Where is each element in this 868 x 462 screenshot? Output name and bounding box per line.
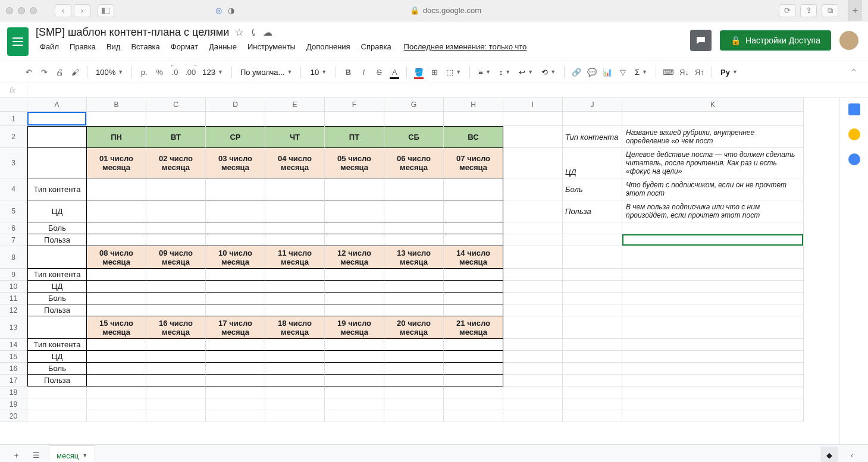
all-sheets-button[interactable]: ☰: [26, 447, 46, 463]
tasks-icon[interactable]: [848, 153, 860, 165]
calendar-icon[interactable]: [848, 103, 860, 115]
keep-icon[interactable]: [848, 128, 860, 140]
chart-button[interactable]: 📊: [600, 64, 615, 80]
print-button[interactable]: 🖨: [52, 64, 67, 80]
privacy-icon[interactable]: ◎: [215, 6, 222, 15]
sheet-tabs-bar: ＋ ☰ месяц▼ ◆ ‹: [0, 444, 868, 462]
browser-chrome: ‹ › ◎ ◑ 🔒docs.google.com ⟳ ⇪ ⧉ +: [0, 0, 868, 21]
share-button[interactable]: 🔒Настройки Доступа: [720, 30, 831, 51]
add-sheet-button[interactable]: ＋: [6, 447, 26, 463]
font-dropdown[interactable]: По умолча...▼: [237, 68, 296, 77]
formula-bar[interactable]: fx: [0, 83, 868, 98]
svg-rect-1: [102, 8, 105, 14]
doc-title[interactable]: [SMP] шаблон контент-плана с целями: [36, 26, 229, 39]
merge-button[interactable]: ⬚▼: [443, 68, 465, 77]
explore-button[interactable]: ◆: [820, 447, 838, 463]
menu-insert[interactable]: Вставка: [127, 41, 164, 52]
input-tools-3[interactable]: Я↑: [692, 64, 707, 80]
italic-button[interactable]: I: [356, 64, 371, 80]
py-dropdown[interactable]: Py▼: [717, 68, 741, 77]
reload-button[interactable]: ⟳: [779, 4, 795, 17]
share-button-browser[interactable]: ⇪: [800, 4, 817, 17]
input-tools-2[interactable]: Я↓: [677, 64, 691, 80]
increase-decimal-button[interactable]: .0→0: [183, 64, 198, 80]
text-color-button[interactable]: A: [387, 64, 402, 80]
number-format-dropdown[interactable]: 123▼: [199, 68, 227, 77]
bold-button[interactable]: B: [341, 64, 355, 80]
menu-addons[interactable]: Дополнения: [302, 41, 355, 52]
font-size-dropdown[interactable]: 10▼: [306, 68, 331, 77]
fx-label: fx: [6, 86, 27, 95]
functions-button[interactable]: Σ▼: [631, 68, 651, 77]
toolbar: ↶ ↷ 🖨 🖌 100%▼ р. % ←.0 .0→0 123▼ По умол…: [0, 61, 868, 83]
sheet-tab[interactable]: месяц▼: [49, 445, 95, 463]
sidebar-toggle[interactable]: [98, 4, 114, 17]
rotate-button[interactable]: ⟲▼: [538, 68, 559, 77]
paint-format-button[interactable]: 🖌: [68, 64, 82, 80]
comments-button[interactable]: [690, 30, 712, 51]
tabs-button[interactable]: ⧉: [822, 4, 838, 17]
currency-button[interactable]: р.: [137, 64, 151, 80]
star-icon[interactable]: ☆: [235, 27, 243, 38]
side-panel-toggle[interactable]: ‹: [842, 447, 862, 463]
collapse-toolbar-button[interactable]: ⌵: [851, 67, 856, 77]
cloud-icon[interactable]: ☁: [263, 27, 272, 38]
menu-edit[interactable]: Правка: [65, 41, 100, 52]
input-tools-1[interactable]: ⌨: [661, 64, 676, 80]
menu-format[interactable]: Формат: [167, 41, 202, 52]
last-edit[interactable]: Последнее изменение: только что: [398, 41, 531, 52]
menu-data[interactable]: Данные: [205, 41, 241, 52]
undo-button[interactable]: ↶: [21, 64, 36, 80]
account-avatar[interactable]: [839, 31, 858, 50]
fill-color-button[interactable]: 🪣: [412, 64, 426, 80]
percent-button[interactable]: %: [152, 64, 167, 80]
docs-header: [SMP] шаблон контент-плана с целями ☆ ⤹ …: [0, 21, 868, 56]
wrap-button[interactable]: ↩▼: [515, 68, 537, 77]
shield-icon[interactable]: ◑: [228, 6, 234, 15]
valign-button[interactable]: ↕▼: [496, 68, 514, 77]
lock-icon: 🔒: [731, 36, 741, 45]
lock-icon: 🔒: [410, 6, 419, 15]
sheets-logo[interactable]: [7, 27, 29, 56]
window-controls[interactable]: [6, 7, 37, 14]
new-tab-button[interactable]: +: [848, 0, 862, 21]
menu-bar: Файл Правка Вид Вставка Формат Данные Ин…: [36, 41, 531, 52]
side-panel: [839, 98, 868, 444]
strike-button[interactable]: S: [372, 64, 386, 80]
redo-button[interactable]: ↷: [37, 64, 51, 80]
url-bar[interactable]: 🔒docs.google.com: [318, 6, 574, 15]
filter-button[interactable]: ▽: [616, 64, 630, 80]
back-button[interactable]: ‹: [55, 4, 71, 17]
link-button[interactable]: 🔗: [569, 64, 584, 80]
comment-button[interactable]: 💬: [585, 64, 599, 80]
menu-tools[interactable]: Инструменты: [243, 41, 300, 52]
menu-help[interactable]: Справка: [357, 41, 396, 52]
decrease-decimal-button[interactable]: ←.0: [168, 64, 182, 80]
menu-view[interactable]: Вид: [102, 41, 125, 52]
halign-button[interactable]: ≡▼: [475, 68, 494, 77]
move-icon[interactable]: ⤹: [249, 27, 257, 38]
forward-button[interactable]: ›: [74, 4, 90, 17]
nav-buttons: ‹ ›: [55, 4, 90, 17]
zoom-dropdown[interactable]: 100%▼: [92, 68, 127, 77]
sheet-grid[interactable]: ABCDEFGHIJK12ПНВТСРЧТПТСБВСТип контентаН…: [0, 98, 839, 444]
menu-file[interactable]: Файл: [36, 41, 63, 52]
borders-button[interactable]: ⊞: [427, 64, 441, 80]
